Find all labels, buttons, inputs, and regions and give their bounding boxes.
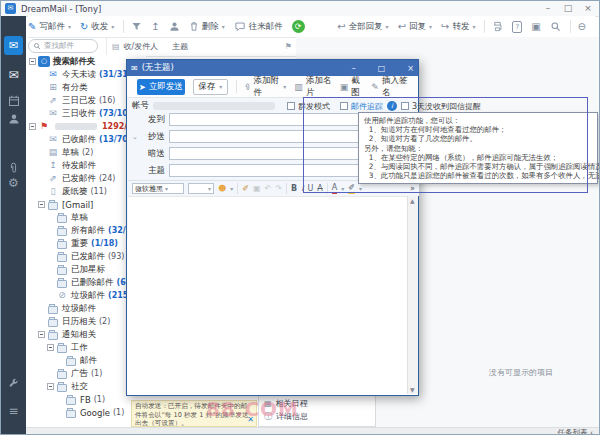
expander-icon[interactable] xyxy=(47,344,54,351)
account-value-redacted[interactable] xyxy=(153,102,275,110)
info-icon[interactable]: i xyxy=(387,101,397,111)
collapse-toolbar-button[interactable]: ⊖ xyxy=(578,22,586,32)
folder-count: (11) xyxy=(91,187,107,196)
tools-icon[interactable] xyxy=(1,374,26,393)
chevron-down-icon: ▾ xyxy=(219,83,222,90)
insert-signature-button[interactable]: ✎ 插入签名 xyxy=(371,75,408,99)
compose-minimize-button[interactable]: – xyxy=(352,64,356,73)
menu-icon[interactable]: ≡ xyxy=(1,404,26,418)
font-size-select[interactable]: ▾ xyxy=(188,183,214,194)
print-button[interactable] xyxy=(492,21,503,32)
undo-button[interactable]: ↶ xyxy=(265,184,272,193)
folder-icon xyxy=(47,82,59,93)
column-sender[interactable]: 收/发件人 xyxy=(124,41,159,52)
minimize-button[interactable]: – xyxy=(539,2,557,14)
no-reply-reminder-checkbox[interactable]: 3天没收到回信提醒 xyxy=(401,101,481,112)
compose-maximize-button[interactable]: □ xyxy=(378,64,386,73)
add-card-button[interactable]: ▥ 添加名片 xyxy=(294,75,331,99)
redo-button[interactable]: ↷ xyxy=(275,184,282,193)
maximize-button[interactable]: □ xyxy=(559,2,577,14)
contacts-section-icon[interactable] xyxy=(1,110,26,129)
bold-button[interactable]: B xyxy=(291,184,297,193)
close-button[interactable]: × xyxy=(579,2,597,14)
write-mail-button[interactable]: ✎ 写邮件▾ xyxy=(28,21,71,33)
account-name-redacted xyxy=(55,123,97,130)
forward-button[interactable]: ↪ 转发▾ xyxy=(441,21,475,33)
cc-chevron-icon[interactable]: ⌄ xyxy=(132,133,138,141)
main-toolbar: ✎ 写邮件▾ ↻ 收发▾ ↥ 删除▾ 往来邮件 ⟳ ↩ 全部回复▾ ↩ xyxy=(28,16,595,38)
move-top-button[interactable]: ↥ xyxy=(151,22,159,32)
font-color-button[interactable]: A xyxy=(332,183,337,194)
scroll-up-icon[interactable]: ▲ xyxy=(410,197,415,204)
correspondence-button[interactable]: 往来邮件 xyxy=(234,21,283,33)
mail-tracking-checkbox[interactable]: 邮件追踪 xyxy=(340,101,383,112)
delete-button[interactable]: 删除▾ xyxy=(189,21,225,33)
compose-quick-button[interactable]: ✉ xyxy=(4,36,23,55)
folder-count: (2) xyxy=(99,317,110,326)
folder-count: (24) xyxy=(99,174,115,183)
picture-icon: ▣ xyxy=(531,22,540,32)
expander-icon[interactable] xyxy=(38,201,45,208)
underline-button[interactable]: U xyxy=(308,184,314,193)
folder-count: (1) xyxy=(94,395,105,404)
expander-icon[interactable] xyxy=(29,58,36,65)
folder-label: FB xyxy=(80,395,91,405)
more-tools-button[interactable]: » xyxy=(410,184,415,193)
chevron-down-icon: ▾ xyxy=(359,185,362,192)
reply-icon: ↩ xyxy=(398,22,406,32)
search-mail-button[interactable] xyxy=(550,21,561,32)
expander-icon[interactable] xyxy=(29,123,36,130)
column-subject[interactable]: 主题 xyxy=(172,41,188,52)
add-contact-button[interactable] xyxy=(169,21,180,32)
tooltip-line: 1、知道对方在何时何地查看过您的邮件； xyxy=(364,125,592,134)
mass-mode-checkbox[interactable]: 群发模式 xyxy=(287,101,330,112)
add-attachment-button[interactable]: 添加附件▾ xyxy=(244,75,287,99)
folder-icon xyxy=(56,342,68,353)
paperclip-icon xyxy=(244,82,251,92)
strikethrough-button[interactable]: A xyxy=(317,184,322,193)
highlight-color-button[interactable]: ✐ xyxy=(348,183,355,194)
checkbox-icon[interactable] xyxy=(340,102,348,110)
scroll-down-icon[interactable]: ▼ xyxy=(410,386,415,393)
font-select[interactable]: 微软雅黑▾ xyxy=(132,183,184,194)
checkbox-icon[interactable] xyxy=(287,102,295,110)
editor-scrollbar[interactable]: ▲ ▼ xyxy=(407,196,418,394)
account-sync-status-icon[interactable]: ⟳ xyxy=(292,20,305,33)
send-now-button[interactable]: ➤ 立即发送 xyxy=(137,79,185,95)
folder-label: 日历相关 xyxy=(62,316,96,328)
expander-icon[interactable] xyxy=(38,331,45,338)
folder-icon xyxy=(47,160,59,171)
save-button[interactable]: 保存▾ xyxy=(193,79,228,95)
message-body-editor[interactable] xyxy=(128,196,407,395)
folder-icon xyxy=(47,69,59,80)
help-button[interactable]: ? xyxy=(512,21,522,33)
folder-label: 草稿 xyxy=(71,212,88,224)
send-receive-button[interactable]: ↻ 收发▾ xyxy=(80,21,114,33)
italic-button[interactable]: I xyxy=(301,184,303,193)
emoji-button[interactable]: ☻ xyxy=(218,184,226,193)
toolbar-separator xyxy=(123,20,124,33)
expander-icon[interactable] xyxy=(47,383,54,390)
picture-button[interactable]: ▣ xyxy=(531,22,540,32)
folder-icon xyxy=(47,316,59,327)
printer-icon xyxy=(492,21,503,32)
folder-label: Google xyxy=(80,408,110,418)
reply-all-button[interactable]: ↩ 全部回复▾ xyxy=(337,21,388,33)
folder-label: 通知相关 xyxy=(62,329,96,341)
reply-button[interactable]: ↩ 回复▾ xyxy=(398,21,432,33)
folder-item[interactable]: Google (1) xyxy=(26,406,146,419)
folder-label: 待发邮件 xyxy=(62,160,96,172)
compose-icon: ✉ xyxy=(131,64,138,73)
search-input[interactable]: 查找邮件 xyxy=(28,39,98,53)
task-list-toggle[interactable]: 任务列表 ‹ xyxy=(558,428,593,435)
screenshot-button[interactable]: ▣ 截图 xyxy=(340,75,363,99)
checkbox-icon[interactable] xyxy=(401,102,409,110)
flag-column-icon[interactable]: ⚑ xyxy=(285,42,292,51)
compose-close-button[interactable]: × xyxy=(407,64,414,73)
settings-section-icon[interactable]: ⚙ xyxy=(1,176,26,190)
paste-button[interactable]: ▣ xyxy=(253,184,261,193)
format-painter-button[interactable]: ✐ xyxy=(242,184,249,193)
mail-section-icon[interactable]: ✉ xyxy=(1,68,26,82)
filter-button[interactable] xyxy=(131,21,142,32)
calendar-section-icon[interactable] xyxy=(1,92,26,111)
